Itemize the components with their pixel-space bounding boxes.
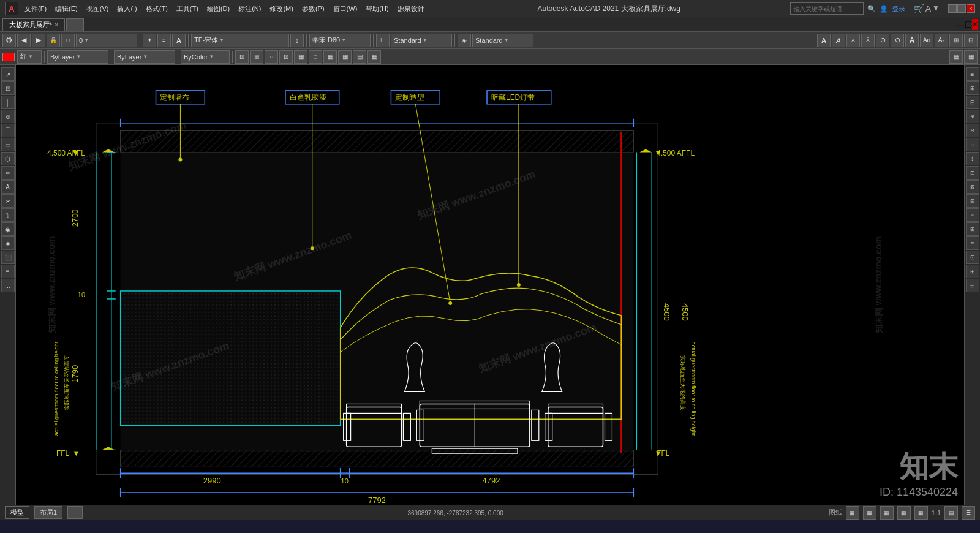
lt-array-btn[interactable]: ◈ xyxy=(1,236,15,250)
menu-dim[interactable]: 标注(N) xyxy=(235,3,265,15)
color-dropdown[interactable]: 红 ▼ xyxy=(17,50,42,64)
tb2-btn1[interactable]: ⊡ xyxy=(235,50,249,64)
lt-more-btn[interactable]: … xyxy=(1,279,15,292)
lt-dim-btn[interactable]: ≡ xyxy=(1,265,15,278)
linetype3-dropdown[interactable]: ByColor ▼ xyxy=(181,50,230,64)
lt-line-btn[interactable]: │ xyxy=(1,96,15,109)
menu-file[interactable]: 文件(F) xyxy=(21,3,50,15)
status-polar-btn[interactable]: ▦ xyxy=(897,506,911,520)
rt-btn8[interactable]: ⊡ xyxy=(966,166,979,180)
grid-btn2[interactable]: ⊟ xyxy=(964,34,978,47)
layer-btn[interactable]: ⚙ xyxy=(2,34,16,47)
rt-btn16[interactable]: ⊟ xyxy=(966,279,979,292)
win-close-btn[interactable]: × xyxy=(967,4,975,13)
text-btn-A3[interactable]: A xyxy=(846,34,860,47)
app-arrow-icon[interactable]: ▼ xyxy=(932,4,940,13)
lt-trim-btn[interactable]: ✂ xyxy=(1,194,15,208)
lt-fill-btn[interactable]: ⬛ xyxy=(1,251,15,264)
menu-format[interactable]: 格式(T) xyxy=(142,3,172,15)
rt-btn11[interactable]: ≡ xyxy=(966,208,979,222)
menu-edit[interactable]: 编辑(E) xyxy=(51,3,81,15)
status-settings-btn[interactable]: ☰ xyxy=(962,506,975,520)
win-max-btn[interactable]: □ xyxy=(957,4,966,13)
status-paper-label[interactable]: 图纸 xyxy=(829,508,842,517)
rt-btn14[interactable]: ⊡ xyxy=(966,251,979,264)
menu-draw[interactable]: 绘图(D) xyxy=(203,3,233,15)
canvas-area[interactable]: 4.500 AFFL ▼ 4.500 AFFL ▼ FFL ▼ FFL ▼ 27… xyxy=(16,65,964,505)
lt-select-btn[interactable]: ↗ xyxy=(1,67,15,81)
layout1-tab[interactable]: 布局1 xyxy=(34,506,62,519)
layer-dropdown[interactable]: 0 ▼ xyxy=(76,34,137,47)
textstyle-dropdown[interactable]: 学宋 D80 ▼ xyxy=(309,34,371,47)
grid-btn1[interactable]: ⊞ xyxy=(949,34,963,47)
lt-polyline-btn[interactable]: ▭ xyxy=(1,138,15,151)
text-btn-A4[interactable]: Ā xyxy=(861,34,875,47)
tb2-btn6[interactable]: □ xyxy=(309,50,322,64)
tb2-btn8[interactable]: ▦ xyxy=(338,50,352,64)
rt-btn10[interactable]: ⊟ xyxy=(966,194,979,208)
style-icon-btn[interactable]: ◈ xyxy=(458,34,471,47)
lt-text-btn[interactable]: A xyxy=(1,180,15,194)
rt-btn6[interactable]: ↔ xyxy=(966,138,979,151)
lt-arc-btn[interactable]: ⌒ xyxy=(1,124,15,137)
menu-tools[interactable]: 工具(T) xyxy=(173,3,202,15)
zoom-out-btn[interactable]: ⊖ xyxy=(891,34,904,47)
rt-btn12[interactable]: ⊞ xyxy=(966,222,979,236)
dim-icon-btn[interactable]: ⊢ xyxy=(376,34,390,47)
dimstyle2-dropdown[interactable]: Standard ▼ xyxy=(472,34,533,47)
layer-lock-btn[interactable]: 🔒 xyxy=(47,34,60,47)
tab-drawing[interactable]: 大板家具展厅* × xyxy=(2,18,65,31)
tb2-btn7[interactable]: ▦ xyxy=(323,50,337,64)
menu-view[interactable]: 视图(V) xyxy=(83,3,113,15)
tab-close-btn[interactable]: × xyxy=(55,21,58,28)
add-layout-btn[interactable]: + xyxy=(67,506,82,519)
linetype2-dropdown[interactable]: ByLayer ▼ xyxy=(114,50,175,64)
tb2-btn10[interactable]: ▦ xyxy=(368,50,381,64)
menu-yuanquan[interactable]: 源泉设计 xyxy=(394,3,428,15)
rt-btn9[interactable]: ⊠ xyxy=(966,180,979,194)
tab-min-btn[interactable]: — xyxy=(955,19,965,30)
app-cart-icon[interactable]: 🛒 xyxy=(914,4,924,13)
font-size-btn[interactable]: ↕ xyxy=(290,34,304,47)
match-prop-btn[interactable]: ✦ xyxy=(143,34,156,47)
status-ortho-btn[interactable]: ▦ xyxy=(880,506,894,520)
zoom-in-btn[interactable]: ⊕ xyxy=(876,34,889,47)
status-scale-label[interactable]: 1:1 xyxy=(932,509,941,516)
zoom-fit-btn[interactable]: A xyxy=(905,34,919,47)
tb2-btn3[interactable]: ○ xyxy=(265,50,278,64)
tab-close-x-btn[interactable]: × xyxy=(972,19,978,30)
tb2-btn9[interactable]: ▤ xyxy=(353,50,366,64)
layer-prev-btn[interactable]: ◀ xyxy=(17,34,31,47)
font-icon-btn[interactable]: A xyxy=(172,34,186,47)
status-layout-btn[interactable]: ▤ xyxy=(944,506,958,520)
text-btn-A1[interactable]: A xyxy=(817,34,831,47)
win-min-btn[interactable]: — xyxy=(948,4,957,13)
status-grid-btn[interactable]: ▦ xyxy=(846,506,859,520)
model-tab[interactable]: 模型 xyxy=(5,506,29,519)
lt-polygon-btn[interactable]: ⬡ xyxy=(1,152,15,165)
tb2-btn5[interactable]: ▦ xyxy=(294,50,307,64)
tab-max-btn[interactable]: □ xyxy=(965,19,971,30)
login-label[interactable]: 登录 xyxy=(892,4,905,13)
prop-btn[interactable]: ≡ xyxy=(157,34,171,47)
lt-rect-btn[interactable]: ⊡ xyxy=(1,81,15,95)
font-dropdown[interactable]: TF-宋体 ▼ xyxy=(191,34,289,47)
lt-hatch-btn[interactable]: ✏ xyxy=(1,166,15,180)
user-icon[interactable]: 👤 xyxy=(880,5,888,13)
rt-btn13[interactable]: ≡ xyxy=(966,236,979,250)
dimstyle1-dropdown[interactable]: Standard ▼ xyxy=(391,34,452,47)
status-osnap-btn[interactable]: ▦ xyxy=(914,506,928,520)
lt-offset-btn[interactable]: ◉ xyxy=(1,222,15,236)
menu-modify[interactable]: 修改(M) xyxy=(266,3,297,15)
rt-btn1[interactable]: ≡ xyxy=(966,67,979,81)
tb2-right-btn1[interactable]: ▦ xyxy=(949,50,963,64)
rt-btn15[interactable]: ⊞ xyxy=(966,265,979,278)
menu-help[interactable]: 帮助(H) xyxy=(362,3,392,15)
layer-next-btn[interactable]: ▶ xyxy=(32,34,45,47)
menu-param[interactable]: 参数(P) xyxy=(298,3,328,15)
search-icon[interactable]: 🔍 xyxy=(867,5,876,13)
lt-circle-btn[interactable]: ⊙ xyxy=(1,110,15,123)
lt-extend-btn[interactable]: ⤵ xyxy=(1,208,15,222)
linetype1-dropdown[interactable]: ByLayer ▼ xyxy=(47,50,108,64)
misc-btn2[interactable]: A₂ xyxy=(935,34,948,47)
